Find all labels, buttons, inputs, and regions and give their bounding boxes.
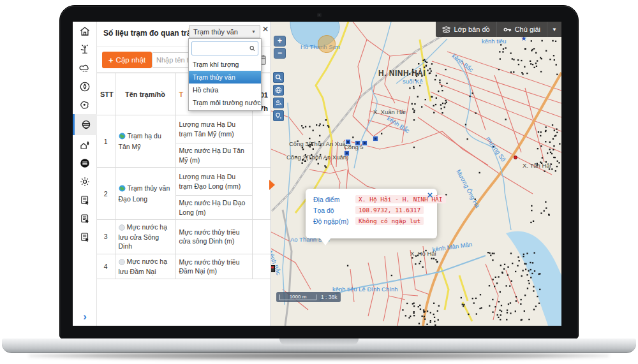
sidebar-item-reservoir[interactable] xyxy=(73,154,97,172)
layers-button[interactable]: Lớp bản đồ xyxy=(436,22,496,37)
settings-gear-icon xyxy=(79,176,91,187)
flood-info-popup: × Địa điểmX. Hộ Hải - H. NINH HẢI Tọa độ… xyxy=(306,189,437,238)
person-search-icon xyxy=(275,99,282,106)
sidebar: › xyxy=(73,22,97,326)
culvert-station-marker[interactable] xyxy=(362,140,367,146)
key-icon xyxy=(503,26,512,33)
station-name-cell[interactable]: Trạm thủy văn Đạo Long xyxy=(115,168,175,220)
sidebar-item-hydrology[interactable] xyxy=(73,77,97,96)
culvert-station-marker[interactable] xyxy=(373,136,378,142)
sidebar-item-supply[interactable] xyxy=(73,135,97,154)
chevron-down-icon: ▼ xyxy=(251,29,256,34)
laptop-frame: › Số liệu trạm đo quan trắc Trạm thủy vă… xyxy=(59,5,579,339)
station-name-cell[interactable]: Mực nước hạ lưu cửa Sông Dinh xyxy=(115,220,175,254)
dropdown-filter[interactable] xyxy=(191,41,258,55)
water-supply-icon xyxy=(79,139,91,150)
culvert-station-marker[interactable] xyxy=(344,150,350,156)
search-icon xyxy=(249,45,255,52)
sidebar-item-report-2[interactable] xyxy=(73,209,97,228)
panel-collapse-arrow[interactable] xyxy=(269,180,275,190)
station-gauge-icon xyxy=(79,44,91,55)
magnifier-icon xyxy=(275,74,282,81)
map-scalebar: 1000 m 1 : 38k xyxy=(276,292,341,302)
globe-icon xyxy=(275,87,282,94)
station-type-dropdown: Trạm khí tượng Trạm thủy văn Hồ chứa Trạ… xyxy=(188,38,262,111)
sidebar-item-flood[interactable] xyxy=(73,114,97,135)
plus-icon: + xyxy=(108,55,114,65)
highlight-circle-marker xyxy=(318,35,336,53)
sidebar-expand-chevron[interactable]: › xyxy=(73,310,97,323)
dropdown-option[interactable]: Trạm khí tượng xyxy=(189,58,261,71)
report-1-icon xyxy=(79,194,91,206)
panel-title: Số liệu trạm đo quan trắc xyxy=(103,29,195,38)
sidebar-item-region[interactable] xyxy=(73,96,97,114)
map-topbar: Lớp bản đồ Chú giải ▼ xyxy=(436,22,561,37)
app-screen: › Số liệu trạm đo quan trắc Trạm thủy vă… xyxy=(73,22,561,326)
table-row: 1 Trạm hạ du Tân Mỹ Lượng mưa Hạ Du trạm… xyxy=(97,115,271,143)
col-header-stt: STT xyxy=(97,73,115,115)
offline-dot-icon xyxy=(119,258,125,267)
scale-ratio: 1 : 38k xyxy=(321,294,338,300)
table-row: 3 Mực nước hạ lưu cửa Sông Dinh Mực nước… xyxy=(97,220,271,254)
zoom-out-button[interactable]: − xyxy=(274,48,286,59)
reservoir-icon xyxy=(79,157,91,169)
full-extent-tool-button[interactable] xyxy=(273,85,284,96)
report-2-icon xyxy=(79,213,91,224)
report-3-icon xyxy=(79,231,91,243)
map-tools xyxy=(273,72,284,123)
water-drop-icon xyxy=(79,81,91,92)
popup-label: Tọa độ xyxy=(313,207,355,214)
edge-marker-icon xyxy=(271,265,275,272)
culvert-station-marker[interactable] xyxy=(345,139,351,145)
dropdown-filter-input[interactable] xyxy=(195,45,249,52)
zoom-controls: + − xyxy=(274,36,286,60)
sidebar-item-report-1[interactable] xyxy=(73,191,97,209)
offline-dot-icon xyxy=(119,224,125,233)
station-name-cell[interactable]: Trạm hạ du Tân Mỹ xyxy=(115,115,175,168)
weather-cloud-icon xyxy=(79,62,91,74)
laptop-notch xyxy=(279,339,359,346)
zoom-area-tool-button[interactable] xyxy=(273,72,284,83)
home-icon xyxy=(79,25,91,37)
dropdown-option[interactable]: Trạm môi trường nước xyxy=(189,96,261,109)
pin-icon xyxy=(275,112,282,119)
update-button[interactable]: + Cập nhật xyxy=(102,52,152,68)
zoom-in-button[interactable]: + xyxy=(274,36,286,47)
map-graphics xyxy=(271,22,561,326)
sidebar-item-settings[interactable] xyxy=(73,172,97,191)
laptop-shadow xyxy=(29,351,609,360)
webcam-dot xyxy=(317,13,322,17)
find-location-tool-button[interactable] xyxy=(273,98,284,108)
legend-button[interactable]: Chú giải xyxy=(497,22,547,37)
col-header-name: Tên trạm/hồ xyxy=(115,73,175,115)
flood-mask-icon xyxy=(80,119,92,131)
layers-icon xyxy=(442,26,450,33)
station-data-panel: Số liệu trạm đo quan trắc Trạm thủy văn … xyxy=(97,22,271,326)
table-row: 4 Mực nước hạ lưu Đầm Nại Mực nước thủy … xyxy=(97,254,271,279)
station-name-cell[interactable]: Mực nước hạ lưu Đầm Nại xyxy=(115,254,175,279)
panel-close-button[interactable]: × xyxy=(262,24,269,34)
popup-label: Địa điểm xyxy=(313,196,355,203)
legend-caret-button[interactable]: ▼ xyxy=(547,22,561,37)
red-dot-marker[interactable] xyxy=(514,156,517,159)
culvert-station-marker[interactable] xyxy=(355,140,360,146)
globe-icon xyxy=(119,185,126,194)
table-row: 2 Trạm thủy văn Đạo Long Lượng mưa Hạ Du… xyxy=(97,168,271,196)
globe-icon xyxy=(119,133,126,142)
marker-tool-button[interactable] xyxy=(273,110,284,121)
page: › Số liệu trạm đo quan trắc Trạm thủy vă… xyxy=(0,0,638,364)
station-type-select[interactable]: Trạm thủy văn ▼ xyxy=(189,25,260,38)
popup-value: Không có ngập lụt xyxy=(355,217,424,225)
dropdown-option[interactable]: Hồ chứa xyxy=(189,84,261,96)
sidebar-item-weather[interactable] xyxy=(73,59,97,77)
popup-label: Độ ngập(m) xyxy=(313,217,355,225)
sidebar-item-report-3[interactable] xyxy=(73,228,97,246)
dropdown-option-selected[interactable]: Trạm thủy văn xyxy=(189,71,261,84)
map-canvas[interactable]: Hồ Thanh Sơnkênh tiêuH. NINH HẢIsuối Kêk… xyxy=(271,22,561,326)
scale-distance: 1000 m xyxy=(279,295,316,300)
region-map-icon xyxy=(79,99,91,111)
popup-close-button[interactable]: × xyxy=(427,190,433,200)
station-type-value: Trạm thủy văn xyxy=(193,28,238,36)
sidebar-item-home[interactable] xyxy=(73,22,97,40)
sidebar-item-stations[interactable] xyxy=(73,40,97,59)
